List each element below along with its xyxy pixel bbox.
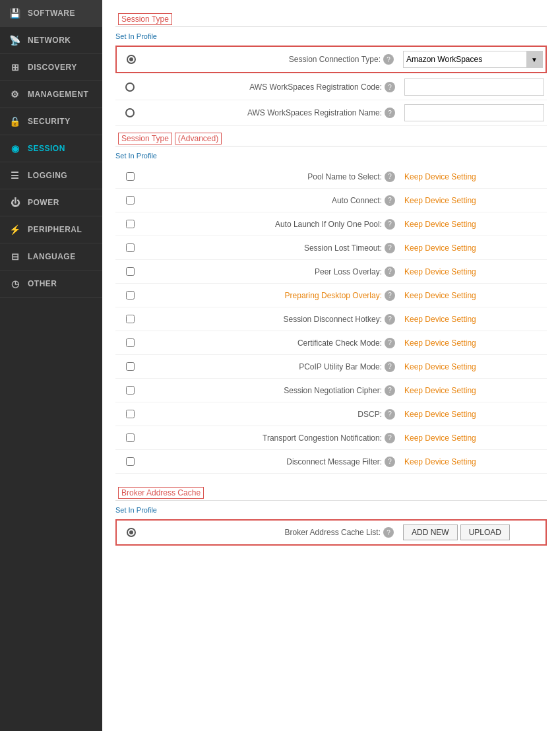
sidebar-item-other[interactable]: ◷ OTHER xyxy=(0,270,102,298)
network-icon: 📡 xyxy=(9,35,21,46)
sidebar-item-label: PERIPHERAL xyxy=(28,225,82,234)
checkbox-col-adv-8 xyxy=(118,362,142,371)
checkbox-adv-1[interactable] xyxy=(126,196,135,205)
help-icon-adv-9[interactable]: ? xyxy=(385,385,395,396)
checkbox-adv-0[interactable] xyxy=(126,172,135,181)
aws-code-label: AWS WorkSpaces Registration Code: ? xyxy=(142,82,399,92)
help-icon-adv-0[interactable]: ? xyxy=(385,172,395,182)
software-icon: 💾 xyxy=(9,8,21,18)
checkbox-col-adv-0 xyxy=(118,172,142,181)
sidebar-item-software[interactable]: 💾 SOFTWARE xyxy=(0,0,102,27)
adv-label-5: Preparing Desktop Overlay: ? xyxy=(142,290,399,301)
adv-value-0: Keep Device Setting xyxy=(399,172,544,181)
checkbox-adv-12[interactable] xyxy=(126,457,135,466)
management-icon: ⚙ xyxy=(9,89,21,100)
checkbox-col-adv-6 xyxy=(118,315,142,323)
sidebar-item-peripheral[interactable]: ⚡ PERIPHERAL xyxy=(0,216,102,243)
radio-button-2[interactable] xyxy=(125,82,135,92)
help-icon-adv-7[interactable]: ? xyxy=(385,338,395,348)
radio-button[interactable] xyxy=(127,55,136,64)
sidebar-item-label: SECURITY xyxy=(28,117,71,126)
advanced-row: Pool Name to Select: ? Keep Device Setti… xyxy=(115,165,547,189)
advanced-row: Disconnect Message Filter: ? Keep Device… xyxy=(115,450,547,474)
radio-col-broker xyxy=(119,528,143,537)
checkbox-adv-11[interactable] xyxy=(126,433,135,442)
help-icon-adv-12[interactable]: ? xyxy=(385,457,395,467)
adv-value-1: Keep Device Setting xyxy=(399,195,544,205)
adv-value-7: Keep Device Setting xyxy=(399,338,544,348)
adv-label-1: Auto Connect: ? xyxy=(142,195,399,206)
checkbox-col-adv-11 xyxy=(118,433,142,442)
checkbox-adv-8[interactable] xyxy=(126,362,135,371)
checkbox-adv-6[interactable] xyxy=(126,315,135,323)
sidebar-item-label: LANGUAGE xyxy=(28,252,76,261)
sidebar-item-security[interactable]: 🔒 SECURITY xyxy=(0,108,102,135)
help-icon-adv-10[interactable]: ? xyxy=(385,409,395,420)
sidebar-item-label: NETWORK xyxy=(28,36,71,45)
aws-name-input[interactable] xyxy=(404,104,544,121)
checkbox-col-adv-2 xyxy=(118,220,142,228)
help-icon-connection-type[interactable]: ? xyxy=(383,54,394,65)
help-icon-adv-6[interactable]: ? xyxy=(385,314,395,325)
sidebar-item-label: OTHER xyxy=(28,279,57,288)
add-new-button[interactable]: ADD NEW xyxy=(403,524,458,540)
security-icon: 🔒 xyxy=(9,116,21,127)
help-icon-adv-4[interactable]: ? xyxy=(385,267,395,277)
radio-button-broker[interactable] xyxy=(127,528,136,537)
help-icon-aws-code[interactable]: ? xyxy=(385,82,395,92)
checkbox-adv-10[interactable] xyxy=(126,410,135,418)
radio-button-3[interactable] xyxy=(125,108,135,117)
help-icon-adv-8[interactable]: ? xyxy=(385,362,395,372)
sidebar-item-label: DISCOVERY xyxy=(28,63,77,72)
adv-value-10: Keep Device Setting xyxy=(399,409,544,419)
sidebar-item-management[interactable]: ⚙ MANAGEMENT xyxy=(0,81,102,108)
advanced-row: Certificate Check Mode: ? Keep Device Se… xyxy=(115,331,547,355)
help-icon-adv-1[interactable]: ? xyxy=(385,195,395,206)
aws-code-value xyxy=(399,79,544,96)
set-in-profile-label-3: Set In Profile xyxy=(115,506,547,514)
session-connection-select-wrapper: Amazon WorkSpaces PCoIP View RDP ▼ xyxy=(403,51,543,68)
aws-name-label: AWS WorkSpaces Registration Name: ? xyxy=(142,108,399,118)
adv-label-10: DSCP: ? xyxy=(142,409,399,420)
sidebar-item-label: SESSION xyxy=(28,144,65,153)
select-arrow-icon[interactable]: ▼ xyxy=(526,51,542,67)
advanced-row: Auto Connect: ? Keep Device Setting xyxy=(115,189,547,212)
checkbox-col-adv-4 xyxy=(118,267,142,276)
help-icon-adv-2[interactable]: ? xyxy=(385,219,395,230)
session-type-heading: Session Type xyxy=(115,13,547,27)
sidebar-item-label: POWER xyxy=(28,198,59,207)
checkbox-adv-2[interactable] xyxy=(126,220,135,228)
help-icon-adv-5[interactable]: ? xyxy=(385,290,395,301)
broker-button-group: ADD NEW UPLOAD xyxy=(403,524,543,540)
logging-icon: ☰ xyxy=(9,170,21,181)
checkbox-adv-5[interactable] xyxy=(126,291,135,300)
upload-button[interactable]: UPLOAD xyxy=(460,524,510,540)
sidebar-item-network[interactable]: 📡 NETWORK xyxy=(0,27,102,54)
help-icon-adv-3[interactable]: ? xyxy=(385,243,395,253)
advanced-row: Transport Congestion Notification: ? Kee… xyxy=(115,426,547,450)
checkbox-adv-9[interactable] xyxy=(126,386,135,395)
other-icon: ◷ xyxy=(9,278,21,289)
sidebar-item-session[interactable]: ◉ SESSION xyxy=(0,135,102,162)
advanced-row: PCoIP Utility Bar Mode: ? Keep Device Se… xyxy=(115,355,547,379)
sidebar: 💾 SOFTWARE 📡 NETWORK ⊞ DISCOVERY ⚙ MANAG… xyxy=(0,0,102,731)
sidebar-item-power[interactable]: ⏻ POWER xyxy=(0,189,102,216)
sidebar-item-discovery[interactable]: ⊞ DISCOVERY xyxy=(0,54,102,81)
aws-code-input[interactable] xyxy=(404,79,544,96)
checkbox-col-adv-5 xyxy=(118,291,142,300)
help-icon-aws-name[interactable]: ? xyxy=(385,108,395,118)
aws-registration-name-row: AWS WorkSpaces Registration Name: ? xyxy=(115,100,547,126)
session-connection-select[interactable]: Amazon WorkSpaces PCoIP View RDP xyxy=(404,53,526,65)
sidebar-item-language[interactable]: ⊟ LANGUAGE xyxy=(0,243,102,270)
checkbox-col-adv-3 xyxy=(118,243,142,252)
help-icon-broker-cache[interactable]: ? xyxy=(383,527,394,538)
adv-value-8: Keep Device Setting xyxy=(399,362,544,371)
sidebar-item-logging[interactable]: ☰ LOGGING xyxy=(0,162,102,189)
checkbox-adv-3[interactable] xyxy=(126,243,135,252)
checkbox-adv-7[interactable] xyxy=(126,338,135,347)
checkbox-adv-4[interactable] xyxy=(126,267,135,276)
advanced-settings: Pool Name to Select: ? Keep Device Setti… xyxy=(115,165,547,474)
session-connection-label: Session Connection Type: ? xyxy=(143,54,398,65)
help-icon-adv-11[interactable]: ? xyxy=(385,433,395,443)
advanced-row: Session Lost Timeout: ? Keep Device Sett… xyxy=(115,236,547,260)
